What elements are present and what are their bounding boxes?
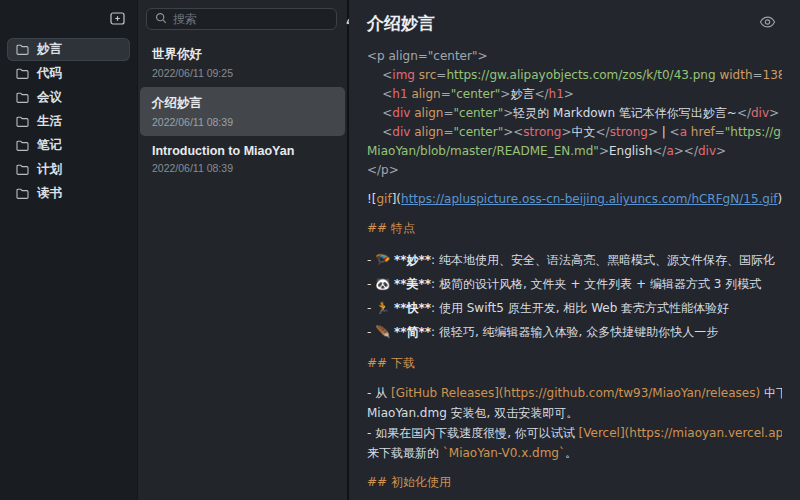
folder-icon	[16, 188, 29, 199]
note-title: 介绍妙言	[367, 12, 435, 35]
editor-line[interactable]: - 🏃 **快**: 使用 Swift5 原生开发, 相比 Web 套壳方式性能…	[367, 296, 782, 320]
editor-line[interactable]: - 🪂 **妙**: 纯本地使用、安全、语法高亮、黑暗模式、源文件保存、国际化	[367, 248, 782, 272]
folder-icon	[16, 164, 29, 175]
note-item-title: 世界你好	[152, 46, 333, 63]
sidebar-folder-item[interactable]: 代码	[7, 62, 130, 85]
folder-list: 妙言代码会议生活笔记计划读书	[0, 38, 137, 206]
editor-header: 介绍妙言	[349, 0, 800, 35]
editor-line[interactable]: ![gif](https://apluspicture.oss-cn-beiji…	[367, 190, 782, 209]
editor-line[interactable]: </p>	[367, 161, 782, 180]
editor-line[interactable]: MiaoYan.dmg 安装包, 双击安装即可。	[367, 403, 782, 423]
folder-icon	[16, 140, 29, 151]
sidebar: 妙言代码会议生活笔记计划读书	[0, 0, 138, 500]
folder-icon	[16, 116, 29, 127]
editor-line[interactable]: ## 初始化使用	[367, 473, 782, 492]
note-item-date: 2022/06/11 08:39	[152, 162, 333, 174]
sidebar-folder-item[interactable]: 读书	[7, 182, 130, 205]
search-input[interactable]	[173, 12, 328, 26]
editor-line[interactable]: MiaoYan/blob/master/README_EN.md">Englis…	[367, 142, 782, 161]
folder-label: 计划	[37, 161, 62, 178]
editor-line[interactable]: 来下载最新的 `MiaoYan-V0.x.dmg`。	[367, 443, 782, 463]
editor-line[interactable]: <h1 align="center">妙言</h1>	[367, 85, 782, 104]
editor-blank-line[interactable]	[367, 238, 782, 248]
editor-line[interactable]: - 🐼 **美**: 极简的设计风格, 文件夹 + 文件列表 + 编辑器方式 3…	[367, 272, 782, 296]
editor-line[interactable]: ## 特点	[367, 219, 782, 238]
add-folder-button[interactable]	[108, 9, 127, 30]
note-item-title: Introduction to MiaoYan	[152, 144, 333, 158]
sidebar-folder-item[interactable]: 妙言	[7, 38, 130, 61]
editor-line[interactable]: <div align="center">轻灵的 Markdown 笔记本伴你写出…	[367, 104, 782, 123]
folder-label: 代码	[37, 65, 62, 82]
note-list-item[interactable]: 介绍妙言2022/06/11 08:39	[140, 87, 345, 136]
editor-line[interactable]: <img src=https://gw.alipayobjects.com/zo…	[367, 66, 782, 85]
editor-line[interactable]: - 从 [GitHub Releases](https://github.com…	[367, 383, 782, 403]
editor-line[interactable]: <div align="center"><strong>中文</strong> …	[367, 123, 782, 142]
note-list-item[interactable]: 世界你好2022/06/11 09:25	[140, 38, 345, 87]
sidebar-folder-item[interactable]: 会议	[7, 86, 130, 109]
editor-line[interactable]: - 🪶 **简**: 很轻巧, 纯编辑器输入体验, 众多快捷键助你快人一步	[367, 320, 782, 344]
search-box[interactable]	[146, 8, 337, 30]
folder-label: 生活	[37, 113, 62, 130]
note-item-date: 2022/06/11 09:25	[152, 67, 333, 79]
note-list: 世界你好2022/06/11 09:25介绍妙言2022/06/11 08:39…	[138, 36, 347, 182]
search-icon	[155, 10, 167, 28]
editor-line[interactable]: ## 下载	[367, 354, 782, 373]
note-item-date: 2022/06/11 08:39	[152, 116, 333, 128]
folder-label: 读书	[37, 185, 62, 202]
folder-label: 妙言	[37, 41, 62, 58]
editor-blank-line[interactable]	[367, 492, 782, 500]
sidebar-folder-item[interactable]: 笔记	[7, 134, 130, 157]
eye-icon	[759, 15, 776, 32]
folder-icon	[16, 68, 29, 79]
editor-blank-line[interactable]	[367, 180, 782, 190]
editor-content[interactable]: <p align="center"> <img src=https://gw.a…	[349, 47, 800, 500]
sidebar-folder-item[interactable]: 生活	[7, 110, 130, 133]
editor-blank-line[interactable]	[367, 463, 782, 473]
editor-line[interactable]: - 如果在国内下载速度很慢, 你可以试试 [Vercel](https://mi…	[367, 423, 782, 443]
folder-label: 会议	[37, 89, 62, 106]
app-window: 妙言代码会议生活笔记计划读书	[0, 0, 800, 500]
editor-blank-line[interactable]	[367, 209, 782, 219]
folder-icon	[16, 92, 29, 103]
folder-icon	[16, 44, 29, 55]
editor-line[interactable]: <p align="center">	[367, 47, 782, 66]
folder-label: 笔记	[37, 137, 62, 154]
editor-pane: 介绍妙言 <p align="center"> <img src=https:/…	[349, 0, 800, 500]
note-list-header	[138, 0, 347, 36]
note-list-item[interactable]: Introduction to MiaoYan2022/06/11 08:39	[140, 136, 345, 182]
folder-plus-icon	[110, 11, 125, 28]
editor-blank-line[interactable]	[367, 373, 782, 383]
sidebar-folder-item[interactable]: 计划	[7, 158, 130, 181]
sidebar-header	[0, 0, 137, 38]
note-item-title: 介绍妙言	[152, 95, 333, 112]
note-list-column: 世界你好2022/06/11 09:25介绍妙言2022/06/11 08:39…	[138, 0, 349, 500]
preview-toggle-button[interactable]	[757, 13, 778, 34]
editor-blank-line[interactable]	[367, 344, 782, 354]
